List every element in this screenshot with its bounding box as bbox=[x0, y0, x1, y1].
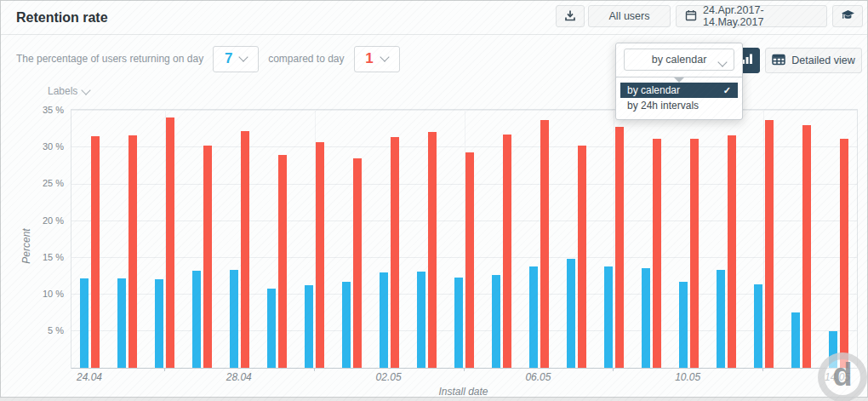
menu-item-by-calendar[interactable]: by calendar ✓ bbox=[620, 83, 738, 98]
date-range-button[interactable]: 24.Apr.2017-14.May.2017 bbox=[676, 5, 827, 27]
bar-day1-03.05[interactable] bbox=[428, 132, 437, 368]
watermark-letter: d bbox=[832, 357, 852, 393]
y-axis-label: 30 % bbox=[1, 141, 64, 152]
bar-day7-26.04[interactable] bbox=[155, 279, 163, 368]
bar-day7-08.05[interactable] bbox=[604, 266, 613, 368]
y-axis-label: 10 % bbox=[1, 289, 64, 299]
bar-day1-01.05[interactable] bbox=[353, 158, 362, 368]
bar-day7-28.04[interactable] bbox=[230, 270, 238, 369]
all-users-button[interactable]: All users bbox=[588, 5, 671, 27]
bar-day1-06.05[interactable] bbox=[540, 120, 549, 368]
bar-day1-28.04[interactable] bbox=[241, 131, 249, 368]
popup-divider bbox=[616, 77, 742, 77]
bar-day7-13.05[interactable] bbox=[791, 312, 800, 368]
bar-day7-30.04[interactable] bbox=[305, 285, 313, 368]
y-axis-label: 15 % bbox=[1, 252, 64, 262]
check-icon: ✓ bbox=[723, 83, 731, 98]
bar-day7-25.04[interactable] bbox=[117, 278, 126, 368]
x-axis-label: 06.05 bbox=[525, 371, 551, 383]
bar-day1-30.04[interactable] bbox=[316, 142, 324, 368]
bar-day7-05.05[interactable] bbox=[492, 275, 500, 368]
bar-day7-24.04[interactable] bbox=[80, 278, 89, 368]
bar-day7-04.05[interactable] bbox=[454, 278, 463, 368]
grouping-menu: by calendar ✓ by 24h intervals bbox=[620, 83, 738, 113]
download-icon bbox=[563, 9, 577, 25]
bar-day1-10.05[interactable] bbox=[690, 139, 699, 368]
day-primary-value: 7 bbox=[225, 50, 232, 67]
x-axis-tick bbox=[613, 368, 614, 371]
description-middle: compared to day bbox=[268, 53, 344, 65]
bar-day1-11.05[interactable] bbox=[728, 135, 736, 368]
bar-day1-24.04[interactable] bbox=[91, 136, 100, 368]
day-select-primary[interactable]: 7 bbox=[213, 46, 259, 72]
labels-toggle-label: Labels bbox=[48, 85, 77, 97]
bar-day7-06.05[interactable] bbox=[529, 266, 538, 368]
chevron-down-icon bbox=[717, 57, 727, 66]
grouping-dropdown-popup: by calendar by calendar ✓ by 24h interva… bbox=[615, 43, 743, 120]
all-users-label: All users bbox=[609, 10, 650, 22]
menu-item-by-24h-intervals[interactable]: by 24h intervals bbox=[620, 98, 738, 113]
retention-controls: The percentage of users returning on day… bbox=[16, 45, 400, 72]
y-axis-label: 5 % bbox=[1, 325, 64, 335]
bar-day1-05.05[interactable] bbox=[503, 135, 511, 368]
date-range-label: 24.Apr.2017-14.May.2017 bbox=[703, 4, 818, 28]
chevron-down-icon bbox=[239, 52, 248, 61]
y-axis-label: 35 % bbox=[1, 105, 64, 115]
bar-day1-13.05[interactable] bbox=[802, 125, 811, 368]
detailed-view-button[interactable]: Detailed view bbox=[765, 48, 862, 73]
bar-day1-12.05[interactable] bbox=[765, 120, 774, 368]
chevron-down-icon bbox=[380, 52, 389, 61]
bar-day1-27.04[interactable] bbox=[203, 146, 212, 368]
watermark-logo: d bbox=[818, 352, 867, 401]
plot-area bbox=[71, 109, 858, 369]
bar-day7-12.05[interactable] bbox=[754, 284, 762, 368]
bar-day7-03.05[interactable] bbox=[417, 272, 425, 368]
x-axis-tick bbox=[464, 368, 465, 371]
grouping-select[interactable]: by calendar bbox=[624, 49, 734, 71]
bar-day1-04.05[interactable] bbox=[465, 152, 474, 368]
bar-day1-14.05[interactable] bbox=[840, 139, 848, 368]
bar-day1-29.04[interactable] bbox=[278, 155, 287, 368]
bar-day7-11.05[interactable] bbox=[717, 270, 725, 369]
bar-day1-26.04[interactable] bbox=[166, 117, 174, 368]
page-title: Retention rate bbox=[16, 1, 108, 34]
bar-day7-09.05[interactable] bbox=[642, 268, 650, 368]
y-axis-title: Percent bbox=[20, 203, 32, 289]
y-axis-label: 20 % bbox=[1, 215, 64, 226]
x-axis-label: 24.04 bbox=[77, 371, 102, 383]
x-axis-tick bbox=[314, 368, 315, 371]
y-axis-label: 25 % bbox=[1, 178, 64, 188]
bar-day1-07.05[interactable] bbox=[578, 146, 586, 368]
bar-day7-27.04[interactable] bbox=[192, 271, 201, 368]
detailed-view-label: Detailed view bbox=[791, 54, 854, 66]
bar-day7-02.05[interactable] bbox=[380, 272, 388, 368]
education-button[interactable] bbox=[832, 5, 863, 27]
x-axis-label: 02.05 bbox=[376, 371, 402, 383]
bar-day7-01.05[interactable] bbox=[342, 282, 351, 368]
table-icon bbox=[772, 54, 785, 68]
day-compare-value: 1 bbox=[365, 50, 373, 67]
x-axis-label: 10.05 bbox=[675, 371, 700, 383]
description-prefix: The percentage of users returning on day bbox=[16, 53, 203, 65]
retention-widget: Retention rate All users 24.Ap bbox=[0, 0, 868, 398]
x-axis-label: 28.04 bbox=[226, 371, 252, 383]
x-axis-title: Install date bbox=[71, 386, 856, 398]
bar-day7-10.05[interactable] bbox=[679, 282, 688, 368]
bar-day7-29.04[interactable] bbox=[267, 289, 276, 368]
grouping-select-value: by calendar bbox=[652, 54, 707, 66]
chevron-down-icon bbox=[82, 85, 91, 95]
x-axis-tick bbox=[762, 368, 763, 371]
bar-day1-02.05[interactable] bbox=[391, 137, 399, 368]
education-icon bbox=[841, 9, 855, 24]
bar-day7-07.05[interactable] bbox=[567, 259, 575, 368]
day-select-compare[interactable]: 1 bbox=[354, 46, 400, 72]
x-axis: 24.0428.0402.0506.0510.0514.05 bbox=[71, 368, 856, 387]
labels-toggle[interactable]: Labels bbox=[48, 85, 89, 97]
calendar-icon bbox=[685, 9, 697, 24]
bar-day1-08.05[interactable] bbox=[615, 127, 624, 368]
bar-day1-25.04[interactable] bbox=[128, 135, 137, 368]
export-button[interactable] bbox=[556, 5, 585, 27]
x-axis-tick bbox=[164, 368, 165, 371]
bar-day1-09.05[interactable] bbox=[653, 139, 661, 368]
caret-up-icon bbox=[674, 77, 684, 83]
